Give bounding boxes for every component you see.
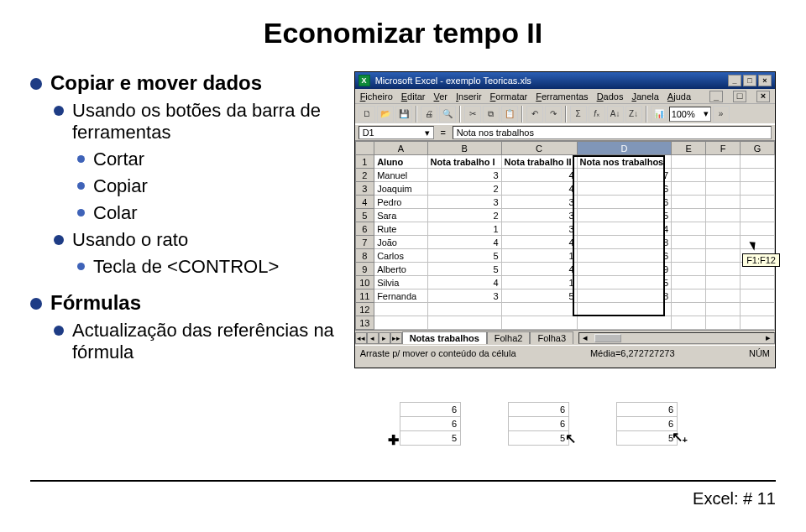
menu-editar[interactable]: Editar [401,91,426,102]
cell[interactable]: Manuel [374,169,427,182]
cell[interactable] [706,182,741,196]
cell[interactable] [741,196,775,209]
row-header[interactable]: 12 [355,303,374,316]
cell[interactable] [706,169,741,182]
cell[interactable] [741,316,775,330]
row-header[interactable]: 10 [355,276,374,289]
cell[interactable]: 1 [501,276,577,289]
minimize-button[interactable]: _ [728,75,741,86]
cell[interactable] [374,303,427,316]
cell[interactable] [741,209,775,222]
col-G[interactable]: G [741,142,775,155]
cell[interactable] [427,303,501,316]
cell[interactable] [672,276,706,289]
row-header[interactable]: 6 [355,222,374,236]
cell[interactable]: Carlos [374,249,427,263]
cell[interactable] [706,289,741,303]
cell[interactable] [501,303,577,316]
menu-ver[interactable]: Ver [434,91,448,102]
sum-icon[interactable]: Σ [570,106,587,123]
more-icon[interactable]: » [713,106,730,123]
cell[interactable]: Nota trabalho I [427,155,501,169]
cell[interactable]: Pedro [374,196,427,209]
cell[interactable]: 5 [577,209,672,222]
inner-minimize-button[interactable]: _ [709,91,723,102]
redo-icon[interactable]: ↷ [545,106,562,123]
paste-icon[interactable]: 📋 [501,106,518,123]
menu-ajuda[interactable]: Ajuda [667,91,691,102]
cell[interactable]: 3 [501,222,577,236]
cell[interactable] [706,263,741,276]
name-box[interactable]: D1▾ [359,126,434,139]
cell[interactable]: 4 [501,263,577,276]
cell[interactable] [706,196,741,209]
cell[interactable] [706,303,741,316]
sort-asc-icon[interactable]: A↓ [607,106,624,123]
chart-icon[interactable]: 📊 [651,106,667,123]
cell[interactable]: 6 [577,249,672,263]
column-headers[interactable]: A B C D E F G [355,142,774,155]
cell[interactable]: 3 [501,196,577,209]
cell[interactable]: Joaquim [374,182,427,196]
inner-restore-button[interactable]: □ [733,91,746,102]
menu-ferramentas[interactable]: Ferramentas [536,91,588,102]
cell[interactable] [706,236,741,249]
tab-nav-last[interactable]: ▸▸ [390,332,402,344]
cell[interactable]: Alberto [374,263,427,276]
inner-close-button[interactable]: × [756,91,770,102]
cell[interactable] [672,289,706,303]
sort-desc-icon[interactable]: Z↓ [625,106,642,123]
cell[interactable] [741,169,775,182]
cell[interactable]: 1 [501,249,577,263]
sheet-tab-bar[interactable]: ◂◂ ◂ ▸ ▸▸ Notas trabalhos Folha2 Folha3 … [355,330,775,345]
table-row[interactable]: 2Manuel347 [355,169,774,182]
spreadsheet-grid[interactable]: A B C D E F G 1AlunoNota trabalho INota … [355,141,775,330]
cell[interactable] [706,276,741,289]
cell[interactable] [672,155,706,169]
cell[interactable] [741,289,775,303]
table-row[interactable]: 10Silvia415 [355,276,774,289]
cell[interactable] [672,236,706,249]
table-row[interactable]: 7João448 [355,236,774,249]
horizontal-scrollbar[interactable]: ◂ ▸ [578,332,775,344]
window-titlebar[interactable]: Microsoft Excel - exemplo Teoricas.xls _… [355,72,775,89]
cell[interactable] [741,182,775,196]
cell[interactable] [706,249,741,263]
cut-icon[interactable]: ✂ [464,106,481,123]
table-row[interactable]: 1AlunoNota trabalho INota trabalho IINot… [355,155,774,169]
cell[interactable]: 8 [577,289,672,303]
menu-janela[interactable]: Janela [631,91,658,102]
cell[interactable] [672,222,706,236]
cell[interactable]: 5 [577,276,672,289]
tab-nav-first[interactable]: ◂◂ [355,332,367,344]
row-header[interactable]: 11 [355,289,374,303]
sheet-tab-2[interactable]: Folha2 [487,331,531,344]
cell[interactable]: 8 [577,236,672,249]
col-D[interactable]: D [577,142,672,155]
fx-icon[interactable]: fₓ [589,106,605,123]
table-row[interactable]: 9Alberto549 [355,263,774,276]
cell[interactable]: 4 [427,276,501,289]
cell[interactable]: 4 [427,236,501,249]
col-F[interactable]: F [706,142,741,155]
cell[interactable] [577,316,672,330]
cell[interactable]: 4 [577,222,672,236]
table-row[interactable]: 11Fernanda358 [355,289,774,303]
table-row[interactable]: 8Carlos516 [355,249,774,263]
formula-input[interactable]: Nota nos trabalhos [453,126,772,139]
select-all[interactable] [355,142,374,155]
cell[interactable] [374,316,427,330]
formula-bar[interactable]: D1▾ = Nota nos trabalhos [355,124,775,141]
cell[interactable] [672,249,706,263]
table-row[interactable]: 3Joaquim246 [355,182,774,196]
menu-ficheiro[interactable]: Ficheiro [360,91,393,102]
cell[interactable]: Silvia [374,276,427,289]
cell[interactable]: 5 [427,249,501,263]
toolbar[interactable]: 🗋 📂 💾 🖨 🔍 ✂ ⧉ 📋 ↶ ↷ Σ fₓ A↓ Z↓ 📊 [355,104,775,124]
cell[interactable]: Nota nos trabalhos [577,155,672,169]
cell[interactable]: 4 [501,236,577,249]
cell[interactable]: Nota trabalho II [501,155,577,169]
menu-dados[interactable]: Dados [597,91,624,102]
cell[interactable]: 5 [501,289,577,303]
menubar[interactable]: Ficheiro Editar Ver Inserir Formatar Fer… [355,89,775,104]
